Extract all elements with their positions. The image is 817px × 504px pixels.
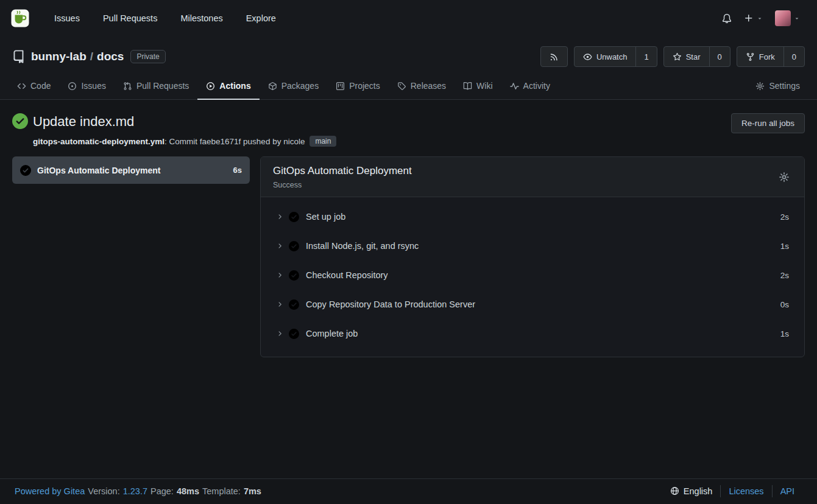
nav-issues[interactable]: Issues <box>43 9 91 28</box>
settings-gear-icon <box>755 82 765 91</box>
rerun-all-jobs-button[interactable]: Re-run all jobs <box>731 113 805 133</box>
repo-action-buttons: Unwatch 1 Star 0 Fork 0 <box>540 46 805 67</box>
template-time-label: Template: <box>202 486 241 496</box>
job-detail-card: GitOps Automatic Deployment Success Set … <box>260 156 805 357</box>
fork-button[interactable]: Fork <box>737 47 783 66</box>
commit-info: : Commit faebe1671f pushed by nicole <box>164 137 305 146</box>
nav-explore[interactable]: Explore <box>235 9 288 28</box>
avatar <box>775 10 791 26</box>
step-duration: 2s <box>780 212 789 222</box>
repo-tabs: Code Issues Pull Requests Actions Packag… <box>0 73 817 99</box>
licenses-link[interactable]: Licenses <box>720 485 771 497</box>
job-success-icon <box>20 165 31 176</box>
chevron-right-icon <box>276 301 283 308</box>
bell-icon <box>722 13 732 23</box>
issue-icon <box>68 82 77 91</box>
step-row[interactable]: Complete job 1s <box>261 319 804 348</box>
version-link[interactable]: 1.23.7 <box>123 486 147 496</box>
footer-right: English Licenses API <box>670 485 802 497</box>
powered-by-gitea-link[interactable]: Powered by Gitea <box>15 486 85 496</box>
chevron-right-icon <box>276 330 283 337</box>
step-name: Copy Repository Data to Production Serve… <box>306 299 775 309</box>
tab-activity[interactable]: Activity <box>501 73 559 100</box>
step-name: Checkout Repository <box>306 270 775 280</box>
watchers-count[interactable]: 1 <box>635 47 656 66</box>
job-duration: 6s <box>233 166 242 175</box>
job-detail-titles: GitOps Automatic Deployment Success <box>273 165 412 189</box>
tab-label: Code <box>30 81 51 91</box>
run-header: Update index.md gitops-automatic-deploym… <box>12 113 805 147</box>
template-time-value: 7ms <box>244 486 261 496</box>
api-link[interactable]: API <box>772 485 802 497</box>
step-duration: 2s <box>780 271 789 280</box>
tab-pull-requests[interactable]: Pull Requests <box>115 73 197 100</box>
job-settings-button[interactable] <box>776 169 792 185</box>
step-row[interactable]: Install Node.js, git, and rsync 1s <box>261 231 804 261</box>
step-success-icon <box>289 329 299 339</box>
step-name: Set up job <box>306 212 775 222</box>
footer-left: Powered by Gitea Version: 1.23.7 Page: 4… <box>15 486 261 496</box>
nav-pull-requests[interactable]: Pull Requests <box>91 9 169 28</box>
user-menu-button[interactable] <box>769 5 806 31</box>
gitea-logo[interactable] <box>11 9 29 27</box>
tab-settings[interactable]: Settings <box>747 73 808 100</box>
watch-button-group: Unwatch 1 <box>574 46 657 67</box>
job-status-text: Success <box>273 181 412 189</box>
gear-icon <box>779 172 790 183</box>
footer: Powered by Gitea Version: 1.23.7 Page: 4… <box>0 478 817 503</box>
star-button[interactable]: Star <box>664 47 709 66</box>
tab-label: Activity <box>523 81 550 91</box>
plus-icon <box>744 13 754 23</box>
repo-separator: / <box>90 50 93 63</box>
star-icon <box>673 52 682 61</box>
fork-icon <box>746 52 755 61</box>
actions-run-page: Update index.md gitops-automatic-deploym… <box>0 100 817 357</box>
step-row[interactable]: Set up job 2s <box>261 202 804 231</box>
tab-code[interactable]: Code <box>9 73 59 100</box>
job-detail-header: GitOps Automatic Deployment Success <box>261 157 804 197</box>
globe-icon <box>670 486 679 495</box>
chevron-down-icon <box>794 15 800 21</box>
tab-label: Actions <box>219 81 250 91</box>
step-success-icon <box>289 299 299 310</box>
branch-badge[interactable]: main <box>309 136 336 147</box>
unwatch-button[interactable]: Unwatch <box>575 47 636 66</box>
code-icon <box>17 82 26 91</box>
star-label: Star <box>686 52 701 61</box>
unwatch-label: Unwatch <box>596 52 628 61</box>
job-detail-title: GitOps Automatic Deployment <box>273 165 412 177</box>
tab-label: Packages <box>281 81 319 91</box>
fork-button-group: Fork 0 <box>737 46 805 67</box>
chevron-down-icon <box>757 15 763 21</box>
run-body: GitOps Automatic Deployment 6s GitOps Au… <box>12 156 805 357</box>
tab-actions[interactable]: Actions <box>197 73 259 100</box>
repo-name-link[interactable]: docs <box>97 50 124 63</box>
language-menu[interactable]: English <box>670 486 721 496</box>
tab-releases[interactable]: Releases <box>389 73 454 100</box>
rss-icon <box>550 52 559 61</box>
language-label: English <box>684 486 713 496</box>
step-row[interactable]: Copy Repository Data to Production Serve… <box>261 290 804 319</box>
notifications-button[interactable] <box>716 9 738 28</box>
step-row[interactable]: Checkout Repository 2s <box>261 261 804 290</box>
star-button-group: Star 0 <box>663 46 730 67</box>
tab-projects[interactable]: Projects <box>327 73 389 100</box>
package-icon <box>268 82 277 91</box>
step-success-icon <box>289 270 299 281</box>
stars-count[interactable]: 0 <box>709 47 730 66</box>
project-icon <box>336 82 345 91</box>
workflow-file-name: gitops-automatic-deployment.yml <box>33 137 164 146</box>
tab-packages[interactable]: Packages <box>260 73 327 100</box>
run-title: Update index.md <box>33 113 714 130</box>
tab-wiki[interactable]: Wiki <box>454 73 501 100</box>
nav-milestones[interactable]: Milestones <box>169 9 234 28</box>
chevron-right-icon <box>276 271 283 279</box>
forks-count[interactable]: 0 <box>783 47 804 66</box>
create-new-button[interactable] <box>738 9 769 28</box>
tab-issues[interactable]: Issues <box>59 73 114 100</box>
rss-button[interactable] <box>540 46 568 67</box>
pulse-icon <box>510 82 519 91</box>
repo-owner-link[interactable]: bunny-lab <box>31 50 87 63</box>
job-list-item[interactable]: GitOps Automatic Deployment 6s <box>12 156 250 184</box>
job-list: GitOps Automatic Deployment 6s <box>12 156 250 184</box>
